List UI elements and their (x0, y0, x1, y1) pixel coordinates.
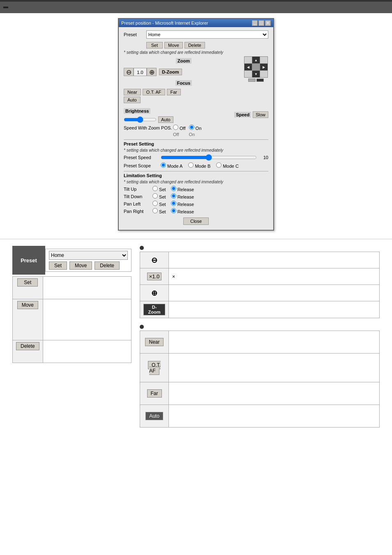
preset-speed-value: 10 (258, 155, 268, 160)
speed-zoom-off-radio[interactable] (173, 125, 178, 130)
tilt-down-row: Tilt Down Set Release (124, 193, 268, 199)
section-divider (0, 239, 392, 239)
preset-ref-controls: Home Set Move Delete (45, 249, 131, 272)
preset-header-reference: Preset Home Set Move Delete (12, 246, 131, 275)
dzoom-row: D-Zoom (140, 301, 380, 318)
tilt-up-release-label: Release (171, 186, 194, 192)
focus-otaf-button[interactable]: O.T. AF (143, 89, 165, 95)
maximize-btn[interactable]: □ (258, 20, 264, 26)
pan-right-release-radio[interactable] (171, 208, 176, 213)
near-btn-cell: Near (140, 331, 169, 354)
zoom-value: 1.0 (134, 68, 147, 76)
preset-delete-button[interactable]: Delete (184, 42, 205, 49)
zoom-out-btn[interactable]: ⊖ (124, 68, 134, 76)
tilt-down-set-radio[interactable] (152, 193, 158, 199)
preset-scope-label: Preset Scope (124, 163, 161, 168)
preset-move-button[interactable]: Move (164, 42, 183, 49)
zoom-in-icon: ⊕ (151, 289, 157, 297)
dzoom-ref-label: D-Zoom (143, 304, 165, 315)
zoom-value-display: ×1.0 (147, 273, 162, 280)
auto-ref-btn: Auto (145, 412, 163, 420)
zoom-value-desc: × (169, 268, 380, 285)
cam-zoom-bar (248, 79, 264, 82)
zoom-focus-row: Zoom ⊖ 1.0 ⊕ D-Zoom Focus Nea (124, 56, 268, 105)
dialog-title: Preset position - Microsoft Internet Exp… (121, 21, 208, 25)
preset-ref-move-btn[interactable]: Move (69, 261, 92, 270)
dzoom-button[interactable]: D-Zoom (159, 69, 182, 75)
focus-far-button[interactable]: Far (167, 89, 181, 95)
focus-bullet-row (140, 325, 380, 329)
zoom-in-btn[interactable]: ⊕ (147, 68, 157, 76)
preset-note: * setting data which changed are reflect… (124, 50, 268, 55)
pan-right-set-radio[interactable] (152, 208, 158, 213)
pan-left-release-radio[interactable] (171, 201, 176, 206)
camera-control: ▲ ◀ ▶ ▼ (244, 56, 268, 79)
scope-mode-a-radio[interactable] (161, 162, 166, 168)
preset-select[interactable]: Home (146, 30, 268, 39)
zoom-x-symbol: × (172, 274, 175, 280)
preset-ref-set-btn[interactable]: Set (49, 261, 67, 270)
cam-cell-mm (252, 64, 260, 70)
zoom-focus-left: Zoom ⊖ 1.0 ⊕ D-Zoom Focus Nea (124, 56, 244, 105)
speed-slow-btn[interactable]: Slow (253, 111, 268, 118)
speed-zoom-on-sublabel: On (189, 132, 195, 137)
preset-ref-delete-btn[interactable]: Delete (95, 261, 120, 270)
scope-mode-b-radio[interactable] (188, 162, 194, 168)
titlebar-buttons: _ □ ✕ (252, 20, 271, 26)
section-header (0, 2, 392, 13)
near-desc (169, 331, 380, 354)
speed-zoom-off-sublabel: Off (173, 132, 179, 137)
otaf-desc (169, 354, 380, 382)
move-desc-cell (43, 299, 131, 340)
brightness-slider[interactable] (124, 117, 157, 123)
cam-cell-bl (244, 71, 252, 77)
close-button[interactable]: Close (183, 217, 209, 225)
cam-zoom-plus (256, 79, 264, 82)
preset-set-button[interactable]: Set (146, 42, 163, 49)
pan-left-set-label: Set (152, 201, 166, 207)
focus-auto-button[interactable]: Auto (124, 97, 141, 103)
limitation-section: Limitation Setting * setting data which … (124, 171, 268, 214)
near-ref-btn: Near (145, 338, 163, 346)
far-btn-cell: Far (140, 382, 169, 405)
dialog: Preset position - Microsoft Internet Exp… (118, 18, 274, 231)
pan-right-row: Pan Right Set Release (124, 208, 268, 214)
preset-speed-slider[interactable] (161, 154, 257, 161)
zoom-section-label: Zoom (176, 58, 191, 64)
section-header-label (3, 7, 8, 8)
focus-near-button[interactable]: Near (124, 89, 141, 95)
dzoom-desc (169, 301, 380, 318)
preset-ref-select[interactable]: Home (49, 251, 128, 260)
brightness-section: Brightness Auto (124, 106, 234, 123)
delete-btn-cell: Delete (13, 340, 43, 363)
zoom-label-wrapper: Zoom (124, 56, 244, 65)
tilt-up-set-radio[interactable] (152, 186, 158, 191)
pan-left-release-label: Release (171, 201, 194, 207)
focus-buttons: Near O.T. AF Far (124, 89, 244, 95)
set-ref-btn: Set (17, 278, 38, 287)
scope-mode-b-label: Mode B (188, 162, 210, 169)
focus-bullet (140, 325, 144, 329)
tilt-up-release-radio[interactable] (171, 186, 176, 191)
auto-row: Auto (140, 405, 380, 428)
delete-desc-cell (43, 340, 131, 363)
speed-zoom-on-label: On (189, 125, 202, 131)
tilt-down-release-radio[interactable] (171, 193, 176, 199)
close-titlebar-btn[interactable]: ✕ (265, 20, 271, 26)
minimize-btn[interactable]: _ (252, 20, 258, 26)
speed-zoom-on-radio[interactable] (189, 125, 194, 130)
brightness-auto-btn[interactable]: Auto (158, 116, 173, 123)
cam-zoom-minus (248, 79, 256, 82)
preset-field-label: Preset (124, 32, 146, 37)
pan-left-set-radio[interactable] (152, 201, 158, 206)
delete-ref-btn: Delete (16, 342, 39, 350)
auto-desc (169, 405, 380, 428)
pan-right-release-label: Release (171, 208, 194, 214)
zoom-out-row: ⊖ (140, 252, 380, 268)
cam-cell-ml: ◀ (244, 64, 252, 70)
preset-ref-label: Preset (12, 246, 45, 275)
otaf-ref-btn: O.T. AF (148, 361, 161, 375)
scope-mode-c-radio[interactable] (216, 162, 221, 168)
zoom-value-cell: ×1.0 (140, 268, 169, 285)
zoom-in-row: ⊕ (140, 285, 380, 301)
